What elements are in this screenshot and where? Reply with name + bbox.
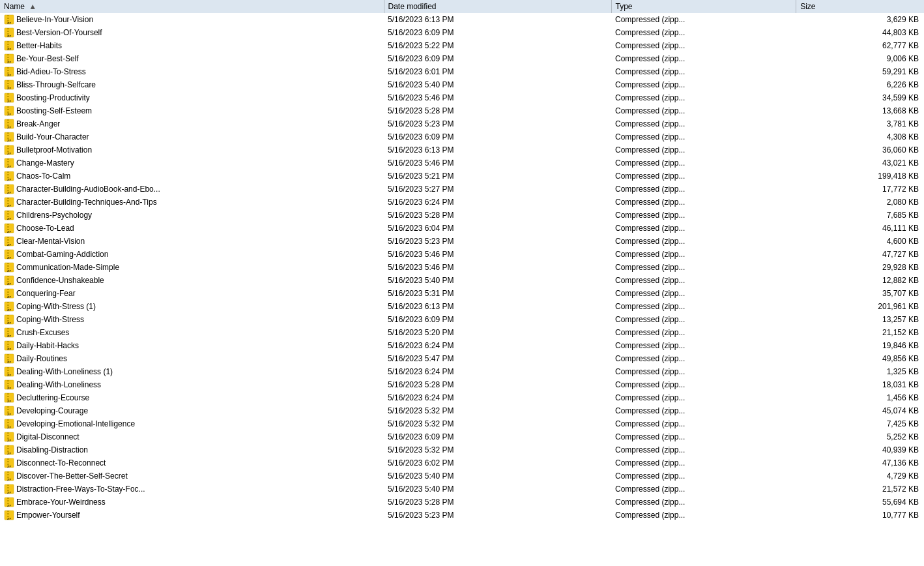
table-row[interactable]: ZIP Empower-Yourself5/16/2023 5:23 PMCom…	[0, 509, 924, 522]
file-name-cell[interactable]: ZIP Daily-Routines	[0, 352, 384, 365]
table-row[interactable]: ZIP Bulletproof-Motivation5/16/2023 6:13…	[0, 143, 924, 156]
table-row[interactable]: ZIP Communication-Made-Simple5/16/2023 5…	[0, 261, 924, 274]
file-name-cell[interactable]: ZIP Confidence-Unshakeable	[0, 274, 384, 287]
file-name-cell[interactable]: ZIP Embrace-Your-Weirdness	[0, 496, 384, 509]
file-name-cell[interactable]: ZIP Disabling-Distraction	[0, 443, 384, 456]
table-row[interactable]: ZIP Confidence-Unshakeable5/16/2023 5:40…	[0, 274, 924, 287]
svg-rect-15	[7, 41, 9, 42]
file-type-cell: Compressed (zipp...	[611, 456, 796, 469]
file-name-cell[interactable]: ZIP Decluttering-Ecourse	[0, 391, 384, 404]
file-name-cell[interactable]: ZIP Chaos-To-Calm	[0, 170, 384, 183]
table-row[interactable]: ZIP Daily-Habit-Hacks5/16/2023 6:24 PMCo…	[0, 339, 924, 352]
file-name-cell[interactable]: ZIP Bliss-Through-Selfcare	[0, 78, 384, 91]
table-row[interactable]: ZIP Choose-To-Lead5/16/2023 6:04 PMCompr…	[0, 222, 924, 235]
file-name-cell[interactable]: ZIP Bid-Adieu-To-Stress	[0, 65, 384, 78]
file-name-cell[interactable]: ZIP Conquering-Fear	[0, 287, 384, 300]
file-name-cell[interactable]: ZIP Digital-Disconnect	[0, 430, 384, 443]
file-name-cell[interactable]: ZIP Empower-Yourself	[0, 509, 384, 522]
table-row[interactable]: ZIP Dealing-With-Loneliness5/16/2023 5:2…	[0, 378, 924, 391]
table-row[interactable]: ZIP Developing-Emotional-Intelligence5/1…	[0, 417, 924, 430]
table-row[interactable]: ZIP Bid-Adieu-To-Stress5/16/2023 6:01 PM…	[0, 65, 924, 78]
svg-rect-164	[7, 318, 9, 319]
file-name-cell[interactable]: ZIP Break-Anger	[0, 117, 384, 130]
file-name-cell[interactable]: ZIP Daily-Habit-Hacks	[0, 339, 384, 352]
table-row[interactable]: ZIP Childrens-Psychology5/16/2023 5:28 P…	[0, 209, 924, 222]
svg-rect-30	[7, 68, 9, 70]
table-row[interactable]: ZIP Chaos-To-Calm5/16/2023 5:21 PMCompre…	[0, 170, 924, 183]
file-name-cell[interactable]: ZIP Clear-Mental-Vision	[0, 235, 384, 248]
file-name-cell[interactable]: ZIP Dealing-With-Loneliness (1)	[0, 365, 384, 378]
table-row[interactable]: ZIP Be-Your-Best-Self5/16/2023 6:09 PMCo…	[0, 52, 924, 65]
table-row[interactable]: ZIP Better-Habits5/16/2023 5:22 PMCompre…	[0, 39, 924, 52]
table-row[interactable]: ZIP Boosting-Productivity5/16/2023 5:46 …	[0, 91, 924, 104]
table-row[interactable]: ZIP Best-Version-Of-Yourself5/16/2023 6:…	[0, 26, 924, 39]
table-row[interactable]: ZIP Crush-Excuses5/16/2023 5:20 PMCompre…	[0, 326, 924, 339]
table-row[interactable]: ZIP Character-Building-AudioBook-and-Ebo…	[0, 183, 924, 196]
table-row[interactable]: ZIP Believe-In-Your-Vision5/16/2023 6:13…	[0, 13, 924, 26]
table-row[interactable]: ZIP Embrace-Your-Weirdness5/16/2023 5:28…	[0, 496, 924, 509]
file-name-cell[interactable]: ZIP Crush-Excuses	[0, 326, 384, 339]
column-header-size[interactable]: Size	[796, 0, 924, 13]
table-row[interactable]: ZIP Break-Anger5/16/2023 5:23 PMCompress…	[0, 117, 924, 130]
column-header-name[interactable]: Name ▲	[0, 0, 384, 13]
file-name-text: Break-Anger	[16, 119, 60, 128]
file-name-cell[interactable]: ZIP Coping-With-Stress (1)	[0, 300, 384, 313]
svg-text:ZIP: ZIP	[7, 374, 12, 377]
file-date-cell: 5/16/2023 6:01 PM	[384, 65, 611, 78]
file-date-cell: 5/16/2023 5:46 PM	[384, 156, 611, 170]
table-row[interactable]: ZIP Dealing-With-Loneliness (1)5/16/2023…	[0, 365, 924, 378]
table-row[interactable]: ZIP Boosting-Self-Esteem5/16/2023 5:28 P…	[0, 104, 924, 117]
svg-rect-150	[7, 291, 9, 293]
table-row[interactable]: ZIP Conquering-Fear5/16/2023 5:31 PMComp…	[0, 287, 924, 300]
file-name-cell[interactable]: ZIP Developing-Emotional-Intelligence	[0, 417, 384, 430]
file-date-cell: 5/16/2023 5:23 PM	[384, 117, 611, 130]
table-row[interactable]: ZIP Combat-Gaming-Addiction5/16/2023 5:4…	[0, 248, 924, 261]
table-row[interactable]: ZIP Character-Building-Techniques-And-Ti…	[0, 196, 924, 209]
file-name-cell[interactable]: ZIP Be-Your-Best-Self	[0, 52, 384, 65]
file-date-cell: 5/16/2023 6:24 PM	[384, 339, 611, 352]
file-name-cell[interactable]: ZIP Change-Mastery	[0, 156, 384, 170]
table-row[interactable]: ZIP Digital-Disconnect5/16/2023 6:09 PMC…	[0, 430, 924, 443]
table-row[interactable]: ZIP Change-Mastery5/16/2023 5:46 PMCompr…	[0, 156, 924, 170]
file-name-cell[interactable]: ZIP Build-Your-Character	[0, 130, 384, 143]
table-row[interactable]: ZIP Build-Your-Character5/16/2023 6:09 P…	[0, 130, 924, 143]
file-name-cell[interactable]: ZIP Bulletproof-Motivation	[0, 143, 384, 156]
file-name-text: Bliss-Through-Selfcare	[16, 80, 96, 89]
file-name-cell[interactable]: ZIP Boosting-Self-Esteem	[0, 104, 384, 117]
file-name-cell[interactable]: ZIP Believe-In-Your-Vision	[0, 13, 384, 26]
file-name-cell[interactable]: ZIP Discover-The-Better-Self-Secret	[0, 469, 384, 483]
file-name-cell[interactable]: ZIP Dealing-With-Loneliness	[0, 378, 384, 391]
svg-text:ZIP: ZIP	[7, 165, 12, 168]
file-date-cell: 5/16/2023 5:20 PM	[384, 326, 611, 339]
table-row[interactable]: ZIP Clear-Mental-Vision5/16/2023 5:23 PM…	[0, 235, 924, 248]
table-row[interactable]: ZIP Daily-Routines5/16/2023 5:47 PMCompr…	[0, 352, 924, 365]
table-row[interactable]: ZIP Coping-With-Stress (1)5/16/2023 6:13…	[0, 300, 924, 313]
table-row[interactable]: ZIP Discover-The-Better-Self-Secret5/16/…	[0, 469, 924, 483]
file-name-cell[interactable]: ZIP Childrens-Psychology	[0, 209, 384, 222]
file-list-container[interactable]: Name ▲ Date modified Type Size ZIP Beli	[0, 0, 924, 566]
file-name-cell[interactable]: ZIP Boosting-Productivity	[0, 91, 384, 104]
table-row[interactable]: ZIP Developing-Courage5/16/2023 5:32 PMC…	[0, 404, 924, 417]
table-row[interactable]: ZIP Coping-With-Stress5/16/2023 6:09 PMC…	[0, 313, 924, 326]
file-name-cell[interactable]: ZIP Disconnect-To-Reconnect	[0, 456, 384, 469]
file-name-cell[interactable]: ZIP Distraction-Free-Ways-To-Stay-Foc...	[0, 483, 384, 496]
file-name-cell[interactable]: ZIP Developing-Courage	[0, 404, 384, 417]
column-header-date[interactable]: Date modified	[384, 0, 611, 13]
file-name-cell[interactable]: ZIP Coping-With-Stress	[0, 313, 384, 326]
table-row[interactable]: ZIP Distraction-Free-Ways-To-Stay-Foc...…	[0, 483, 924, 496]
file-name-cell[interactable]: ZIP Choose-To-Lead	[0, 222, 384, 235]
file-name-cell[interactable]: ZIP Character-Building-AudioBook-and-Ebo…	[0, 183, 384, 196]
file-name-cell[interactable]: ZIP Combat-Gaming-Addiction	[0, 248, 384, 261]
svg-rect-24	[7, 57, 9, 58]
file-name-cell[interactable]: ZIP Best-Version-Of-Yourself	[0, 26, 384, 39]
table-row[interactable]: ZIP Decluttering-Ecourse5/16/2023 6:24 P…	[0, 391, 924, 404]
zip-file-icon: ZIP	[4, 236, 14, 246]
file-name-cell[interactable]: ZIP Better-Habits	[0, 39, 384, 52]
table-row[interactable]: ZIP Bliss-Through-Selfcare5/16/2023 5:40…	[0, 78, 924, 91]
file-name-cell[interactable]: ZIP Communication-Made-Simple	[0, 261, 384, 274]
table-row[interactable]: ZIP Disconnect-To-Reconnect5/16/2023 6:0…	[0, 456, 924, 469]
svg-rect-43	[7, 93, 9, 95]
table-row[interactable]: ZIP Disabling-Distraction5/16/2023 5:32 …	[0, 443, 924, 456]
file-name-cell[interactable]: ZIP Character-Building-Techniques-And-Ti…	[0, 196, 384, 209]
column-header-type[interactable]: Type	[611, 0, 796, 13]
